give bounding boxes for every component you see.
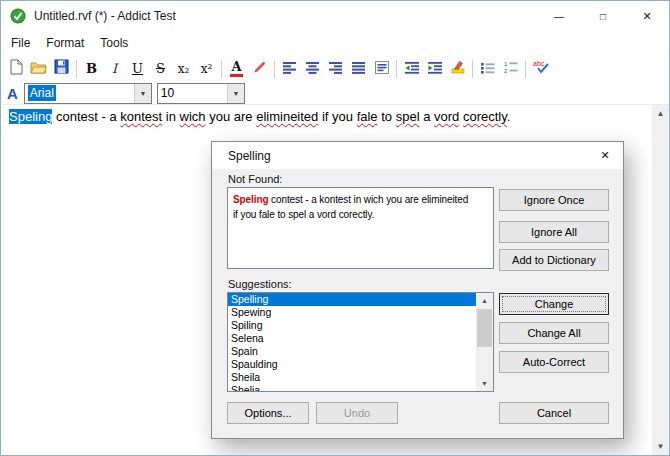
font-name-dropdown-icon[interactable]: ▼	[134, 84, 151, 103]
font-size-dropdown-icon[interactable]: ▼	[227, 84, 244, 103]
font-color-button[interactable]: A	[225, 57, 248, 80]
superscript-button[interactable]: x²	[195, 57, 218, 80]
dialog-title: Spelling	[228, 149, 271, 163]
dialog-titlebar: Spelling ✕	[212, 142, 623, 169]
close-icon: ✕	[642, 10, 651, 23]
app-icon[interactable]	[10, 8, 26, 24]
indent-button[interactable]	[423, 57, 446, 80]
toolbar-separator	[76, 60, 77, 78]
misspelled-word: spel	[396, 109, 420, 124]
new-document-button[interactable]	[4, 57, 27, 80]
spell-check-icon: abc	[532, 59, 550, 78]
maximize-button[interactable]: □	[581, 1, 625, 31]
document-scrollbar[interactable]: ▲ ▼	[652, 105, 669, 455]
suggestion-item[interactable]: Spelling	[228, 293, 476, 306]
subscript-icon: x₂	[178, 62, 190, 76]
menu-format[interactable]: Format	[38, 32, 92, 54]
svg-text:1: 1	[504, 61, 508, 67]
bullet-list-button[interactable]	[476, 57, 499, 80]
paragraph-border-button[interactable]	[370, 57, 393, 80]
align-left-icon	[283, 60, 296, 78]
numbered-list-button[interactable]: 1 2	[499, 57, 522, 80]
font-name-combo[interactable]: Arial ▼	[24, 83, 152, 104]
suggestion-item[interactable]: Spiling	[228, 319, 476, 332]
toolbar-separator	[525, 60, 526, 78]
toolbar-separator	[221, 60, 222, 78]
dialog-close-button[interactable]: ✕	[587, 142, 623, 169]
app-window: Untitled.rvf (*) - Addict Test — □ ✕ Fil…	[0, 0, 670, 456]
indent-icon	[428, 60, 442, 78]
not-found-label: Not Found:	[228, 173, 282, 185]
misspelled-word: wich	[180, 109, 206, 124]
open-button[interactable]	[27, 57, 50, 80]
align-center-button[interactable]	[301, 57, 324, 80]
cancel-button[interactable]: Cancel	[499, 402, 609, 424]
italic-button[interactable]: I	[103, 57, 126, 80]
suggestions-scrollbar[interactable]: ▲ ▼	[476, 293, 493, 391]
add-to-dictionary-button[interactable]: Add to Dictionary	[499, 249, 609, 271]
auto-correct-button[interactable]: Auto-Correct	[499, 351, 609, 373]
ignore-all-button[interactable]: Ignore All	[499, 221, 609, 243]
suggestion-item[interactable]: Spaulding	[228, 358, 476, 371]
underline-icon: U	[132, 61, 143, 76]
menu-file[interactable]: File	[3, 32, 38, 54]
minimize-icon: —	[554, 11, 564, 22]
svg-text:2: 2	[504, 68, 508, 74]
menubar: File Format Tools	[1, 31, 669, 55]
font-name-value: Arial	[25, 84, 134, 103]
scroll-down-icon[interactable]: ▼	[476, 376, 493, 391]
bold-icon: B	[86, 61, 97, 76]
save-icon	[54, 59, 69, 78]
not-found-textbox[interactable]: Speling contest - a kontest in wich you …	[227, 187, 494, 269]
scroll-up-icon[interactable]: ▲	[652, 105, 669, 122]
save-button[interactable]	[50, 57, 73, 80]
menu-tools[interactable]: Tools	[92, 32, 136, 54]
justify-button[interactable]	[347, 57, 370, 80]
suggestions-list[interactable]: Spelling Spewing Spiling Selena Spain Sp…	[227, 292, 494, 392]
minimize-button[interactable]: —	[537, 1, 581, 31]
titlebar: Untitled.rvf (*) - Addict Test — □ ✕	[1, 1, 669, 31]
undo-button[interactable]: Undo	[316, 402, 398, 424]
not-found-word: Speling	[233, 194, 268, 205]
numbered-list-icon: 1 2	[504, 60, 518, 78]
change-all-button[interactable]: Change All	[499, 322, 609, 344]
underline-button[interactable]: U	[126, 57, 149, 80]
bold-button[interactable]: B	[80, 57, 103, 80]
font-size-combo[interactable]: 10 ▼	[157, 83, 245, 104]
svg-text:abc: abc	[533, 60, 545, 67]
toolbar-separator	[396, 60, 397, 78]
close-button[interactable]: ✕	[625, 1, 669, 31]
toolbar-separator	[472, 60, 473, 78]
options-button[interactable]: Options...	[227, 402, 309, 424]
scroll-down-icon[interactable]: ▼	[652, 438, 669, 455]
suggestion-item[interactable]: Selena	[228, 332, 476, 345]
outdent-button[interactable]	[400, 57, 423, 80]
change-button[interactable]: Change	[499, 293, 609, 315]
misspelled-word: corectly	[463, 109, 507, 124]
strikethrough-button[interactable]: S	[149, 57, 172, 80]
window-title: Untitled.rvf (*) - Addict Test	[34, 9, 176, 23]
align-center-icon	[306, 60, 319, 78]
suggestion-item[interactable]: Shelia	[228, 384, 476, 392]
document-text: Speling contest - a kontest in wich you …	[9, 109, 641, 124]
highlight-color-button[interactable]	[446, 57, 469, 80]
suggestion-item[interactable]: Sheila	[228, 371, 476, 384]
spell-check-button[interactable]: abc	[529, 57, 552, 80]
suggestion-item[interactable]: Spain	[228, 345, 476, 358]
pen-button[interactable]	[248, 57, 271, 80]
superscript-icon: x²	[201, 62, 213, 76]
pen-icon	[253, 60, 267, 78]
italic-icon: I	[112, 61, 117, 76]
ignore-once-button[interactable]: Ignore Once	[499, 189, 609, 211]
scrollbar-thumb[interactable]	[477, 309, 492, 347]
caption-buttons: — □ ✕	[537, 1, 669, 31]
subscript-button[interactable]: x₂	[172, 57, 195, 80]
align-right-button[interactable]	[324, 57, 347, 80]
align-left-button[interactable]	[278, 57, 301, 80]
align-right-icon	[329, 60, 342, 78]
suggestion-item[interactable]: Spewing	[228, 306, 476, 319]
paragraph-border-icon	[375, 60, 389, 78]
maximize-icon: □	[600, 11, 606, 22]
scroll-up-icon[interactable]: ▲	[476, 293, 493, 308]
toolbar-separator	[274, 60, 275, 78]
